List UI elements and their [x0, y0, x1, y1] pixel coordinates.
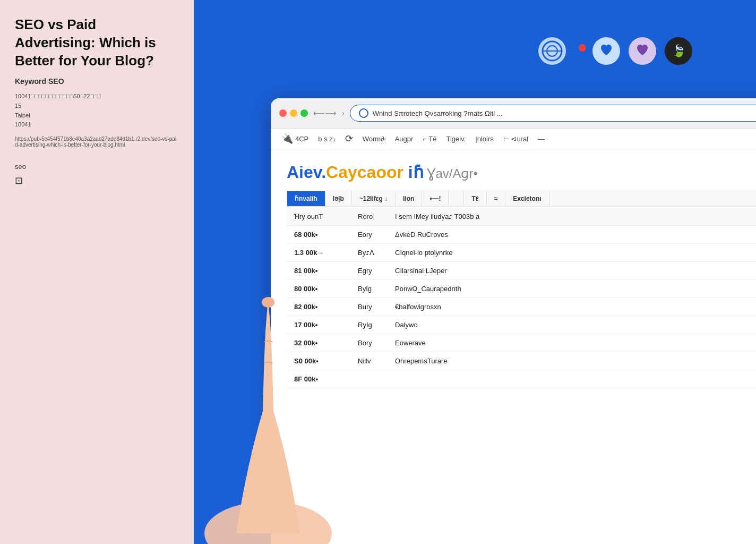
- page-url: https://pub-5c454f571b8e40a3a2aad27ade84…: [15, 136, 179, 148]
- th-lifeg[interactable]: ~12Iifεg ↓: [352, 191, 396, 206]
- row-diff: ByɾɅ: [350, 246, 388, 259]
- th-excie[interactable]: Excietonι: [505, 191, 549, 206]
- row-name: Dalywo: [388, 319, 425, 331]
- main-area: 🍃 ⟵⟶ › Wnind Sπrotech Qvsarroking ?rnats…: [194, 0, 756, 544]
- row-diff: Eory: [350, 228, 388, 241]
- address-text: Wnind Sπrotech Qvsarroking ?rnats Ωitl .…: [373, 109, 756, 117]
- row-diff: RyΙg: [350, 319, 388, 331]
- toolbar-icon-0: 🔌: [281, 133, 293, 144]
- toolbar-item-1[interactable]: b s z₁: [318, 135, 335, 143]
- row-volume: S0 00k•: [287, 355, 350, 367]
- row-diff: Nillv: [350, 355, 388, 367]
- address-icon: [359, 108, 368, 118]
- row-name: PonwΩ_Caurapednth: [388, 283, 469, 295]
- row-volume: 82 00k•: [287, 301, 350, 313]
- row-volume: 32 00k•: [287, 337, 350, 349]
- th-ion[interactable]: Iion: [396, 191, 422, 206]
- browser-chrome: ⟵⟶ › Wnind Sπrotech Qvsarroking ?rnats Ω…: [271, 98, 756, 129]
- icon-heart2: [629, 37, 656, 65]
- meta-info: 10041□□□□□□□□□□□□50□22□□□ 15 Taipei 1004…: [15, 92, 179, 129]
- row-volume: 8F 00k•: [287, 373, 350, 385]
- table-row[interactable]: 82 00k• Bury €halfowigrosxn: [287, 298, 756, 316]
- row-volume: 81 00k•: [287, 265, 350, 277]
- row-name: €halfowigrosxn: [388, 301, 449, 313]
- sh-col1: Ɦry ounΤ: [287, 210, 350, 223]
- icon-heart: [592, 37, 620, 65]
- content-header: Aiev.Caycaoor iɦ Ɣav/Aɡr•: [287, 162, 756, 182]
- row-volume: 68 00k•: [287, 228, 350, 241]
- toolbar-item-end[interactable]: —: [538, 135, 545, 143]
- close-button[interactable]: [279, 109, 287, 117]
- tag-label: seo: [15, 163, 179, 171]
- sh-col2: Roro: [350, 210, 388, 223]
- tag-icon: ⊡: [15, 175, 179, 186]
- toolbar-item-ural[interactable]: ⊢ ⊲ural: [503, 135, 528, 143]
- page-title: SEO vs Paid Advertising: Which is Better…: [15, 16, 179, 70]
- th-hvalih[interactable]: ɦnvalih: [287, 191, 325, 206]
- icon-browser: [538, 37, 566, 65]
- notification-dot: [574, 46, 584, 56]
- table-row[interactable]: S0 00k• Nillv OhrepemsTurare: [287, 352, 756, 370]
- row-volume: 17 00k•: [287, 319, 350, 331]
- traffic-lights: [279, 109, 308, 117]
- browser-toolbar: 🔌 4CP b s z₁ ⟳ Worm∂ᵢ Augpr ⌐ Tē Tigeiv.…: [271, 129, 756, 149]
- table-row[interactable]: 1.3 00k→ ByɾɅ CIqnei-lo ptolynrke: [287, 244, 756, 262]
- row-name: CIqnei-lo ptolynrke: [388, 246, 460, 259]
- table-header-row: ɦnvalih Iə|b ~12Iifεg ↓ Iion ⟵! Tℓ ≈ Exc…: [287, 191, 756, 207]
- sh-col3: I sem IMеy iludyaɾ T003b a: [388, 210, 487, 223]
- table-row[interactable]: 17 00k• RyΙg Dalywo: [287, 316, 756, 334]
- toolbar-item-tiger[interactable]: Tigeiv.: [446, 135, 466, 143]
- address-bar[interactable]: Wnind Sπrotech Qvsarroking ?rnats Ωitl .…: [350, 105, 756, 122]
- th-blank: [449, 191, 464, 206]
- row-volume: 1.3 00k→: [287, 246, 350, 259]
- toolbar-item-worm[interactable]: Worm∂ᵢ: [363, 135, 385, 143]
- th-ib[interactable]: Iə|b: [325, 191, 352, 206]
- toolbar-item-nloirs[interactable]: |nloirs: [475, 135, 493, 143]
- table-row[interactable]: 81 00k• Egry CIlarsinal LJeper: [287, 262, 756, 280]
- toolbar-item-te[interactable]: ⌐ Tē: [423, 135, 436, 143]
- row-name: CIlarsinal LJeper: [388, 265, 454, 277]
- toolbar-item-augpr[interactable]: Augpr: [395, 135, 414, 143]
- row-name: ΔvkeD RuCroves: [388, 228, 456, 241]
- row-name: Eowerave: [388, 337, 433, 349]
- icon-leaf: 🍃: [665, 37, 692, 65]
- row-diff: [350, 377, 388, 381]
- row-diff: Bory: [350, 337, 388, 349]
- nav-back[interactable]: ⟵⟶: [313, 108, 337, 118]
- table-row[interactable]: 32 00k• Bory Eowerave: [287, 334, 756, 352]
- row-volume: 80 00k•: [287, 283, 350, 295]
- table-row[interactable]: 80 00k• ByΙg PonwΩ_Caurapednth: [287, 280, 756, 298]
- sidebar: SEO vs Paid Advertising: Which is Better…: [0, 0, 194, 544]
- keyword-label: Keyword SEO: [15, 77, 179, 86]
- table-row[interactable]: 8F 00k•: [287, 370, 756, 388]
- browser-content: Aiev.Caycaoor iɦ Ɣav/Aɡr• ɦnvalih Iə|b ~…: [271, 149, 756, 544]
- toolbar-item-0[interactable]: 🔌 4CP: [281, 133, 308, 144]
- top-icons-area: 🍃: [538, 37, 692, 65]
- sub-header-row: Ɦry ounΤ Roro I sem IMеy iludyaɾ T003b a: [287, 208, 756, 226]
- table-row[interactable]: 68 00k• Eory ΔvkeD RuCroves: [287, 226, 756, 244]
- data-rows: 68 00k• Eory ΔvkeD RuCroves 1.3 00k→ Byɾ…: [287, 226, 756, 388]
- maximize-button[interactable]: [300, 109, 308, 117]
- nav-forward[interactable]: ›: [342, 109, 345, 117]
- minimize-button[interactable]: [290, 109, 297, 117]
- toolbar-item-2[interactable]: ⟳: [345, 133, 353, 144]
- row-diff: Bury: [350, 301, 388, 313]
- th-approx[interactable]: ≈: [487, 191, 506, 206]
- browser-window: ⟵⟶ › Wnind Sπrotech Qvsarroking ?rnats Ω…: [271, 98, 756, 544]
- row-diff: ByΙg: [350, 283, 388, 295]
- th-arrow[interactable]: ⟵!: [422, 191, 449, 206]
- row-name: OhrepemsTurare: [388, 355, 455, 367]
- row-name: [388, 377, 402, 381]
- row-diff: Egry: [350, 265, 388, 277]
- th-tl[interactable]: Tℓ: [464, 191, 486, 206]
